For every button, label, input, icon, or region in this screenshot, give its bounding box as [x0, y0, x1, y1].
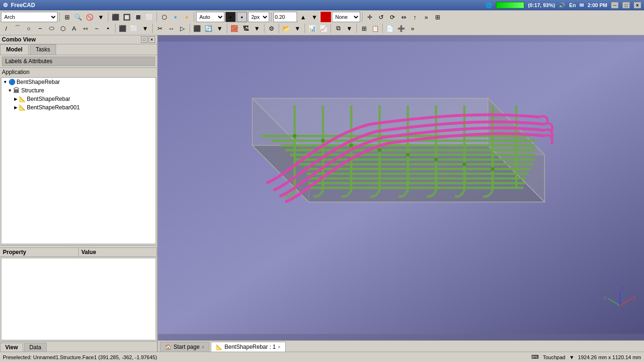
start-page-close[interactable]: × — [201, 345, 204, 350]
separator8 — [152, 24, 153, 33]
view-tab-start-page[interactable]: 🏠 Start page × — [160, 342, 209, 352]
rotate2-btn[interactable]: ⟳ — [387, 12, 397, 22]
revolve-tool[interactable]: 🔄 — [203, 23, 214, 33]
more2-btn[interactable]: ▼ — [140, 23, 150, 33]
svg-point-28 — [349, 144, 353, 148]
layer-btn[interactable]: ⧉ — [333, 23, 343, 33]
wall-tool[interactable]: 🧱 — [229, 23, 239, 33]
spreadsheet-btn[interactable]: 📋 — [370, 23, 380, 33]
svg-point-33 — [491, 167, 495, 171]
pad2-tool[interactable]: ⬜ — [129, 23, 139, 33]
font-size-input[interactable] — [273, 12, 297, 22]
rotate-btn[interactable]: ↺ — [376, 12, 386, 22]
svg-text:Y: Y — [603, 296, 607, 301]
rebar-arr[interactable]: ▼ — [252, 23, 262, 33]
expand-arrow-structure[interactable]: ▼ — [7, 88, 13, 93]
polyline-tool[interactable]: ⌒ — [12, 23, 23, 33]
tree-item-bentshape1[interactable]: ▶ 📐 BentShapeRebar — [1, 95, 156, 103]
folder-open-btn[interactable]: 📂 — [281, 23, 291, 33]
keyboard-layout: En — [569, 2, 576, 8]
bentshape-tab-close[interactable]: × — [278, 345, 281, 350]
bspline-tool[interactable]: ~ — [91, 23, 102, 33]
ellipse-tool[interactable]: ⬭ — [46, 23, 57, 33]
iso-view-btn[interactable]: ⬡ — [159, 12, 169, 22]
font-size-up[interactable]: ▲ — [298, 12, 308, 22]
tree-item-bentshape2[interactable]: ▶ 📐 BentShapeRebar001 — [1, 103, 156, 112]
color-none-select[interactable]: None — [332, 12, 360, 22]
touchpad-label: Touchpad — [543, 354, 565, 360]
draw-style-select[interactable]: Auto — [196, 12, 224, 22]
fit-selection-button[interactable]: 🔍 — [73, 12, 83, 22]
combo-float-button[interactable]: □ — [141, 36, 148, 43]
fit-all-button[interactable]: ⊞ — [62, 12, 72, 22]
dimensions-label: 1924.26 mm x 1120.14 mm — [578, 354, 641, 360]
move-btn[interactable]: ✛ — [364, 12, 375, 22]
status-message: Preselected: Unnamed1.Structure.Face1 (3… — [3, 354, 157, 360]
top2-btn[interactable]: 🔸 — [182, 12, 192, 22]
flip-btn[interactable]: ⇔ — [398, 12, 409, 22]
time-display: 2:00 PM — [587, 2, 607, 8]
front-view-btn[interactable]: 🔲 — [122, 12, 132, 22]
grid-btn[interactable]: ⊞ — [432, 12, 443, 22]
color-swatch-dark[interactable]: ▪ — [225, 12, 236, 22]
bool-arr[interactable]: ▼ — [215, 23, 225, 33]
close-button[interactable]: × — [634, 2, 641, 8]
expand-arrow-child1[interactable]: ▶ — [13, 96, 18, 102]
circle-tool[interactable]: ○ — [24, 23, 34, 33]
front2-btn[interactable]: 🔹 — [170, 12, 181, 22]
tree-item-structure[interactable]: ▼ 🏛 Structure — [1, 86, 156, 95]
maximize-button[interactable]: □ — [622, 2, 630, 8]
arc-tool[interactable]: ⌢ — [35, 23, 45, 33]
trim-tool[interactable]: ✂ — [155, 23, 165, 33]
folder-arr[interactable]: ▼ — [292, 23, 303, 33]
bottom-tab-view[interactable]: View — [0, 343, 23, 352]
workbench-selector[interactable]: Arch — [1, 12, 58, 22]
pad-tool[interactable]: ⬛ — [117, 23, 128, 33]
chart2-btn[interactable]: 📈 — [318, 23, 329, 33]
right-view-btn[interactable]: ⬜ — [144, 12, 155, 22]
drawing-btn[interactable]: 📄 — [385, 23, 395, 33]
line-width-select[interactable]: 2px — [248, 12, 269, 22]
more3-btn[interactable]: » — [407, 23, 418, 33]
tab-model[interactable]: Model — [0, 44, 29, 55]
tab-tasks[interactable]: Tasks — [30, 44, 57, 55]
expand-arrow-child2[interactable]: ▶ — [13, 105, 18, 110]
line-tool[interactable]: / — [1, 23, 11, 33]
separator11 — [264, 24, 264, 33]
tree-view[interactable]: ▼ 🔵 BentShapeRebar ▼ 🏛 Structure ▶ 📐 Ben… — [1, 77, 156, 244]
separator2 — [108, 12, 108, 22]
extend-tool[interactable]: ↔ — [166, 23, 176, 33]
draw-style-arrow[interactable]: ▼ — [96, 12, 106, 22]
chamfer-tool[interactable]: ▷ — [177, 23, 188, 33]
view-tab-bentshape[interactable]: 📐 BentShapeRebar : 1 × — [211, 342, 286, 352]
add-btn[interactable]: ➕ — [396, 23, 406, 33]
polygon-tool[interactable]: ⬡ — [58, 23, 68, 33]
dimension-tool[interactable]: ⇿ — [80, 23, 91, 33]
tree-item-bentshape-root[interactable]: ▼ 🔵 BentShapeRebar — [1, 78, 156, 86]
point-tool[interactable]: • — [103, 23, 113, 33]
chart-btn[interactable]: 📊 — [307, 23, 317, 33]
draw-style-btn[interactable]: 🚫 — [84, 12, 95, 22]
property-panel: Property Value View Data — [0, 248, 157, 352]
font-size-down[interactable]: ▼ — [309, 12, 320, 22]
table-btn[interactable]: ⊞ — [359, 23, 369, 33]
viewport-container: X Y Z 🏠 Start page × 📐 BentShapeRebar : … — [158, 35, 644, 352]
expand-arrow-bentshape[interactable]: ▼ — [2, 79, 8, 85]
bottom-tab-data[interactable]: Data — [24, 343, 46, 352]
top-view-btn[interactable]: 🔳 — [133, 12, 143, 22]
color-red-btn[interactable] — [321, 12, 331, 22]
more-btn[interactable]: » — [421, 12, 431, 22]
up-btn[interactable]: ↑ — [410, 12, 420, 22]
color-swatch-light[interactable]: ▪ — [237, 12, 247, 22]
struct-tool[interactable]: 🏗 — [240, 23, 251, 33]
svg-point-30 — [406, 153, 410, 157]
text-tool[interactable]: A — [69, 23, 79, 33]
gear-tool[interactable]: ⚙ — [266, 23, 277, 33]
standard-views-btn[interactable]: ⬛ — [110, 12, 121, 22]
layer-arr[interactable]: ▼ — [344, 23, 355, 33]
minimize-button[interactable]: ─ — [611, 2, 619, 8]
bottom-tab-bar: View Data — [0, 341, 157, 352]
combo-close-button[interactable]: × — [149, 36, 155, 43]
3d-viewport[interactable]: X Y Z — [158, 35, 644, 340]
extrude-tool[interactable]: ⬛ — [192, 23, 202, 33]
